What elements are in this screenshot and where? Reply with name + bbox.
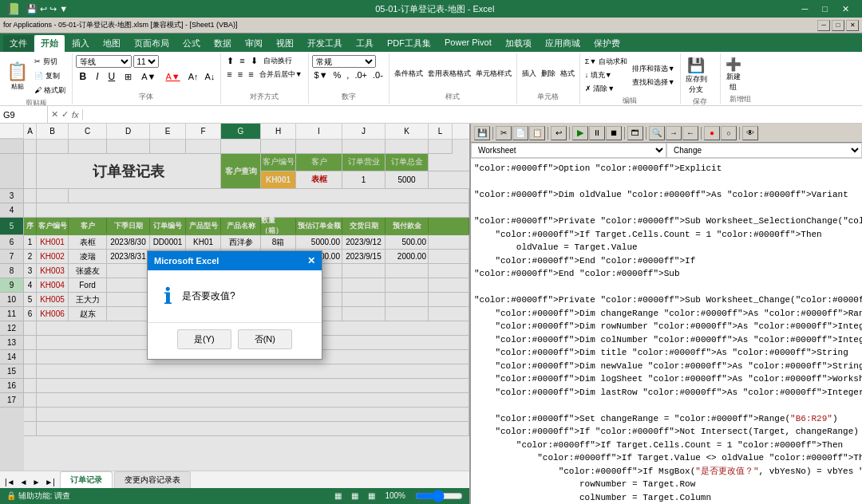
vba-reset-btn[interactable]: ⏹	[606, 126, 622, 140]
format-as-table-btn[interactable]: 套用表格格式	[426, 67, 473, 81]
align-top-btn[interactable]: ⬆	[224, 55, 236, 67]
underline-btn[interactable]: U	[105, 69, 120, 84]
vba-clear-bp-btn[interactable]: ○	[721, 126, 737, 140]
vba-close-btn[interactable]: ✕	[846, 20, 859, 31]
tab-protect[interactable]: 保护费	[587, 35, 627, 52]
vba-code-editor[interactable]: "color:#0000ff">Option "color:#0000ff">E…	[471, 159, 862, 504]
vba-min-btn[interactable]: ─	[817, 20, 830, 31]
align-center-btn[interactable]: ≡	[235, 69, 245, 81]
align-bottom-btn[interactable]: ⬇	[248, 55, 260, 67]
decrease-size-btn[interactable]: A↓	[203, 71, 218, 82]
vba-run-btn[interactable]: ▶	[572, 126, 588, 140]
bold-btn[interactable]: B	[76, 69, 91, 84]
name-box[interactable]: G9	[0, 106, 48, 123]
tab-tools[interactable]: 工具	[350, 35, 380, 52]
zoom-slider[interactable]	[415, 491, 463, 501]
decrease-decimal-btn[interactable]: .0-	[370, 69, 386, 81]
tab-page-layout[interactable]: 页面布局	[128, 35, 176, 52]
sheet-tab-order-records[interactable]: 订单记录	[60, 471, 113, 488]
paste-btn[interactable]: 📋 粘贴	[5, 60, 30, 93]
vba-object-dropdown[interactable]: Worksheet	[471, 143, 666, 158]
tab-review[interactable]: 审阅	[239, 35, 269, 52]
merge-center-btn[interactable]: 合并后居中▼	[257, 69, 305, 81]
tab-insert[interactable]: 插入	[65, 35, 96, 52]
number-format-select[interactable]: 常规	[312, 55, 376, 68]
last-sheet-btn[interactable]: ►|	[43, 476, 57, 488]
vba-find-btn[interactable]: 🔍	[649, 126, 665, 140]
close-btn[interactable]: ✕	[836, 4, 856, 14]
sheet-tab-change-records[interactable]: 变更内容记录表	[114, 471, 191, 488]
clear-btn[interactable]: ✗ 清除▼	[583, 82, 629, 96]
align-middle-btn[interactable]: ≡	[237, 55, 247, 67]
wrap-text-btn[interactable]: 自动换行	[261, 55, 295, 67]
increase-decimal-btn[interactable]: .0+	[352, 69, 370, 81]
comma-btn[interactable]: ,	[344, 69, 351, 81]
delete-cells-btn[interactable]: 删除	[540, 67, 557, 81]
align-right-btn[interactable]: ≡	[246, 69, 255, 81]
tab-map[interactable]: 地图	[97, 35, 127, 52]
tab-file[interactable]: 文件	[3, 35, 34, 52]
find-select-btn[interactable]: 查找和选择▼	[631, 76, 677, 89]
align-left-btn[interactable]: ≡	[224, 69, 234, 81]
fill-color-btn[interactable]: A▼	[137, 70, 160, 83]
dialog-no-button[interactable]: 否(N)	[238, 329, 292, 349]
tab-addins[interactable]: 加载项	[499, 35, 538, 52]
cut-btn[interactable]: ✂ 剪切	[31, 55, 69, 69]
insert-function-icon[interactable]: fx	[72, 110, 79, 120]
tab-store[interactable]: 应用商城	[539, 35, 587, 52]
vba-save-btn[interactable]: 💾	[474, 126, 490, 140]
tab-formula[interactable]: 公式	[176, 35, 207, 52]
vba-cut-btn[interactable]: ✂	[496, 126, 512, 140]
vba-max-btn[interactable]: □	[832, 20, 844, 31]
font-name-select[interactable]: 等线	[76, 55, 132, 68]
vba-outdent-btn[interactable]: ←	[682, 126, 698, 140]
currency-btn[interactable]: $▼	[312, 69, 330, 81]
border-btn[interactable]: ⊞	[121, 70, 136, 84]
vba-copy-btn[interactable]: 📄	[512, 126, 528, 140]
next-sheet-btn[interactable]: ►	[30, 476, 42, 488]
increase-size-btn[interactable]: A↑	[186, 71, 201, 82]
dialog-close-icon[interactable]: ✕	[307, 255, 315, 266]
autosum-btn[interactable]: Σ▼ 自动求和	[583, 55, 629, 69]
vba-break-btn[interactable]: ⏸	[589, 126, 605, 140]
vba-watch-btn[interactable]: 👁	[742, 126, 758, 140]
vba-indent-btn[interactable]: →	[666, 126, 682, 140]
tab-home[interactable]: 开始	[34, 35, 65, 52]
cell-styles-btn[interactable]: 单元格样式	[474, 67, 513, 81]
copy-btn[interactable]: 📄 复制	[31, 69, 69, 83]
format-painter-btn[interactable]: 🖌 格式刷	[31, 84, 69, 97]
new-group-btn[interactable]: ➕ 新建组	[724, 55, 743, 94]
tab-pdf[interactable]: PDF工具集	[381, 35, 437, 52]
percent-btn[interactable]: %	[331, 69, 344, 81]
vba-undo-btn[interactable]: ↩	[551, 126, 567, 140]
font-color-btn[interactable]: A▼	[161, 70, 184, 83]
max-btn[interactable]: □	[816, 4, 834, 14]
conditional-format-btn[interactable]: 条件格式	[393, 67, 425, 81]
tab-data[interactable]: 数据	[208, 35, 238, 52]
vba-procedure-dropdown[interactable]: Change	[666, 143, 862, 158]
formula-input[interactable]	[83, 108, 862, 121]
dialog-yes-button[interactable]: 是(Y)	[177, 329, 231, 349]
confirm-formula-icon[interactable]: ✓	[61, 109, 69, 120]
first-sheet-btn[interactable]: |◄	[3, 476, 17, 488]
min-btn[interactable]: ─	[796, 4, 815, 14]
view-normal-icon[interactable]: ▦	[334, 491, 342, 501]
window-controls[interactable]: ─ □ ✕	[796, 4, 856, 14]
sort-filter-btn[interactable]: 排序和筛选▼	[631, 62, 677, 76]
vba-userform-btn[interactable]: 🗔	[627, 126, 643, 140]
insert-cells-btn[interactable]: 插入	[520, 67, 538, 81]
tab-view[interactable]: 视图	[270, 35, 300, 52]
view-layout-icon[interactable]: ▦	[351, 491, 358, 501]
format-cells-btn[interactable]: 格式	[559, 67, 576, 81]
italic-btn[interactable]: I	[92, 69, 102, 84]
font-size-select[interactable]: 11	[133, 55, 159, 68]
vba-paste-btn[interactable]: 📋	[529, 126, 545, 140]
vba-toggle-bp-btn[interactable]: ●	[704, 126, 720, 140]
prev-sheet-btn[interactable]: ◄	[18, 476, 30, 488]
view-page-break-icon[interactable]: ▦	[368, 491, 375, 501]
save-version-btn[interactable]: 💾 应存到分支	[684, 55, 717, 96]
cancel-formula-icon[interactable]: ✕	[51, 109, 58, 120]
tab-power-pivot[interactable]: Power Pivot	[438, 35, 498, 52]
tab-developer[interactable]: 开发工具	[301, 35, 349, 52]
fill-btn[interactable]: ↓ 填充▼	[583, 69, 629, 82]
